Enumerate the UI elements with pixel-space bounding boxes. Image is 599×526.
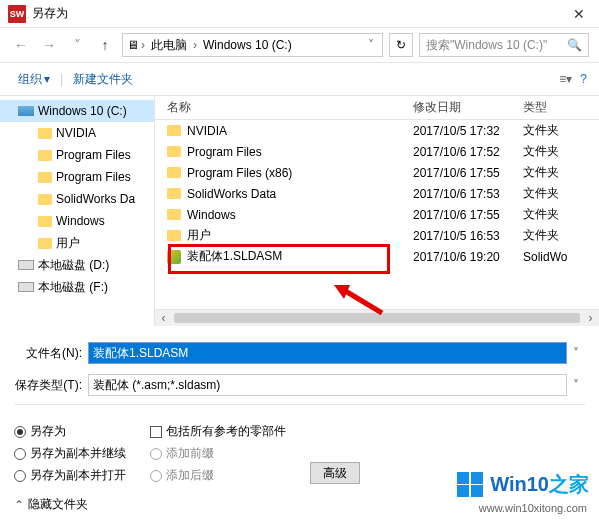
filetype-combo[interactable]: 装配体 (*.asm;*.sldasm) [88, 374, 567, 396]
hide-folders-link[interactable]: 隐藏文件夹 [28, 496, 88, 513]
folder-icon [167, 188, 181, 199]
tree-item[interactable]: Program Files [0, 144, 154, 166]
scroll-right-icon[interactable]: › [582, 310, 599, 327]
file-row[interactable]: 用户2017/10/5 16:53文件夹 [155, 225, 599, 246]
drive-icon [18, 260, 34, 270]
folder-icon [167, 230, 181, 241]
help-icon[interactable]: ? [580, 72, 587, 86]
filename-input[interactable]: 装配体1.SLDASM [88, 342, 567, 364]
filename-label: 文件名(N): [14, 345, 88, 362]
file-row[interactable]: 装配体1.SLDASM2017/10/6 19:20SolidWo [155, 246, 599, 267]
file-name: 用户 [187, 227, 211, 244]
file-row[interactable]: Windows2017/10/6 17:55文件夹 [155, 204, 599, 225]
search-input[interactable]: 搜索"Windows 10 (C:)" 🔍 [419, 33, 589, 57]
checkbox-include-refs[interactable]: 包括所有参考的零部件 [150, 423, 286, 440]
file-name: SolidWorks Data [187, 187, 276, 201]
file-date: 2017/10/6 17:52 [413, 145, 523, 159]
file-type: SolidWo [523, 250, 583, 264]
close-icon[interactable]: ✕ [567, 6, 591, 22]
tree-item-label: 用户 [56, 235, 80, 252]
watermark: Win10之家 [456, 471, 589, 498]
folder-icon [38, 194, 52, 205]
tree-item[interactable]: SolidWorks Da [0, 188, 154, 210]
scroll-thumb[interactable] [174, 313, 580, 323]
file-date: 2017/10/5 17:32 [413, 124, 523, 138]
radio-saveas-copy-open[interactable]: 另存为副本并打开 [14, 467, 126, 484]
folder-icon [167, 167, 181, 178]
tree-item-label: Windows 10 (C:) [38, 104, 127, 118]
folder-icon [38, 216, 52, 227]
radio-add-prefix: 添加前缀 [150, 445, 286, 462]
column-type[interactable]: 类型 [523, 99, 583, 116]
horizontal-scrollbar[interactable]: ‹ › [155, 309, 599, 326]
file-row[interactable]: NVIDIA2017/10/5 17:32文件夹 [155, 120, 599, 141]
chevron-down-icon: ▾ [44, 72, 50, 86]
forward-button: → [38, 34, 60, 56]
chevron-right-icon: › [141, 38, 145, 52]
radio-saveas-copy-continue[interactable]: 另存为副本并继续 [14, 445, 126, 462]
tree-item-label: Program Files [56, 170, 131, 184]
tree-item[interactable]: Windows [0, 210, 154, 232]
view-options-icon[interactable]: ≡▾ [559, 72, 572, 86]
tree-item[interactable]: 本地磁盘 (D:) [0, 254, 154, 276]
new-folder-button[interactable]: 新建文件夹 [67, 69, 139, 90]
folder-icon [167, 209, 181, 220]
scroll-left-icon[interactable]: ‹ [155, 310, 172, 327]
search-icon: 🔍 [567, 38, 582, 52]
folder-icon [38, 150, 52, 161]
drive-icon [18, 282, 34, 292]
file-type: 文件夹 [523, 206, 583, 223]
tree-item[interactable]: 用户 [0, 232, 154, 254]
tree-item-label: 本地磁盘 (F:) [38, 279, 108, 296]
file-type: 文件夹 [523, 143, 583, 160]
disk-icon [18, 106, 34, 116]
file-name: Program Files (x86) [187, 166, 292, 180]
breadcrumb-pc[interactable]: 此电脑 [147, 37, 191, 54]
folder-tree: Windows 10 (C:)NVIDIAProgram FilesProgra… [0, 96, 155, 326]
file-date: 2017/10/6 17:55 [413, 166, 523, 180]
windows-logo-icon [456, 471, 484, 498]
column-header-row: 名称 修改日期 类型 [155, 96, 599, 120]
folder-icon [167, 146, 181, 157]
expand-caret-icon[interactable]: ⌃ [14, 498, 24, 512]
pc-icon: 🖥 [127, 38, 139, 52]
advanced-button[interactable]: 高级 [310, 462, 360, 484]
column-name[interactable]: 名称 [155, 99, 413, 116]
up-button[interactable]: ↑ [94, 34, 116, 56]
file-name: 装配体1.SLDASM [187, 248, 282, 265]
organize-menu[interactable]: 组织 ▾ [12, 69, 56, 90]
tree-item-label: Windows [56, 214, 105, 228]
window-title: 另存为 [32, 5, 567, 22]
file-name: Windows [187, 208, 236, 222]
file-name: Program Files [187, 145, 262, 159]
search-placeholder: 搜索"Windows 10 (C:)" [426, 37, 547, 54]
radio-saveas[interactable]: 另存为 [14, 423, 126, 440]
file-date: 2017/10/5 16:53 [413, 229, 523, 243]
file-date: 2017/10/6 17:55 [413, 208, 523, 222]
back-button[interactable]: ← [10, 34, 32, 56]
tree-item[interactable]: 本地磁盘 (F:) [0, 276, 154, 298]
breadcrumb-drive[interactable]: Windows 10 (C:) [199, 38, 296, 52]
folder-icon [167, 125, 181, 136]
tree-item[interactable]: Program Files [0, 166, 154, 188]
file-type: 文件夹 [523, 227, 583, 244]
chevron-down-icon[interactable]: ˅ [364, 38, 378, 52]
column-date[interactable]: 修改日期 [413, 99, 523, 116]
tree-item-label: NVIDIA [56, 126, 96, 140]
tree-item[interactable]: NVIDIA [0, 122, 154, 144]
folder-icon [38, 238, 52, 249]
refresh-button[interactable]: ↻ [389, 33, 413, 57]
file-row[interactable]: Program Files (x86)2017/10/6 17:55文件夹 [155, 162, 599, 183]
file-date: 2017/10/6 19:20 [413, 250, 523, 264]
file-row[interactable]: SolidWorks Data2017/10/6 17:53文件夹 [155, 183, 599, 204]
breadcrumb[interactable]: 🖥 › 此电脑 › Windows 10 (C:) ˅ [122, 33, 383, 57]
tree-item[interactable]: Windows 10 (C:) [0, 100, 154, 122]
chevron-down-icon[interactable]: ˅ [567, 378, 585, 392]
tree-item-label: SolidWorks Da [56, 192, 135, 206]
folder-icon [38, 128, 52, 139]
history-dropdown[interactable]: ˅ [66, 34, 88, 56]
chevron-down-icon[interactable]: ˅ [567, 346, 585, 360]
tree-item-label: 本地磁盘 (D:) [38, 257, 109, 274]
watermark-url: www.win10xitong.com [479, 502, 587, 514]
file-row[interactable]: Program Files2017/10/6 17:52文件夹 [155, 141, 599, 162]
